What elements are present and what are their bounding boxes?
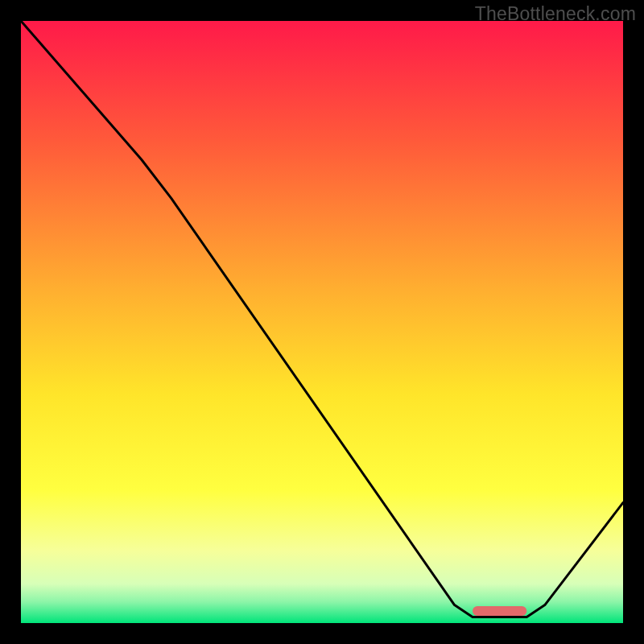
gradient-fill (21, 21, 623, 623)
optimal-range-marker (473, 606, 526, 616)
chart-frame (21, 21, 623, 623)
watermark-text: TheBottleneck.com (475, 3, 636, 25)
chart-plot (21, 21, 623, 623)
